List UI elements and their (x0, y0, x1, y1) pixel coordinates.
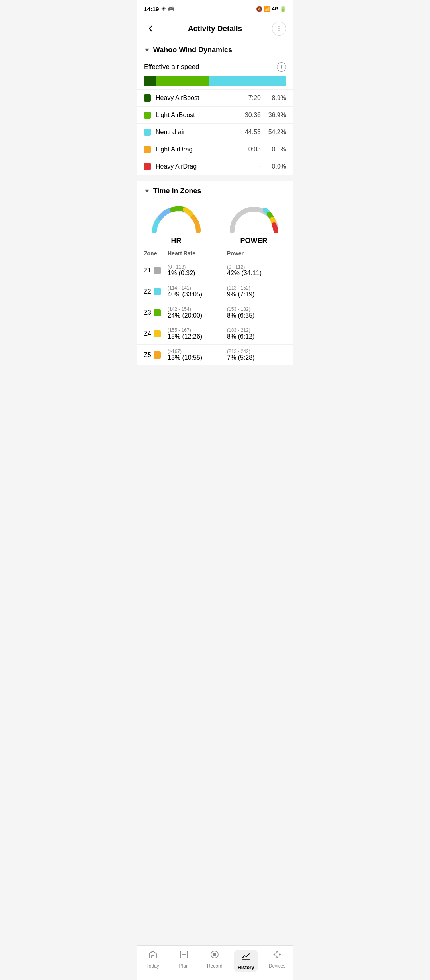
hr-gauge: HR (139, 203, 213, 247)
legend-row-4: Heavy AirDrag - 0.0% (137, 158, 293, 175)
zones-card: ▼ Time in Zones (137, 181, 293, 365)
wahoo-chevron-icon[interactable]: ▼ (144, 47, 150, 54)
legend-color-2 (144, 129, 151, 136)
zone-hr-data-1: (114 - 141) 40% (33:05) (168, 285, 227, 298)
legend-pct-2: 54.2% (267, 129, 286, 136)
zone-color-2 (154, 309, 161, 316)
col-header-zone: Zone (144, 250, 168, 257)
zone-power-value-2: 8% (6:35) (227, 312, 286, 319)
zone-hr-value-2: 24% (20:00) (168, 312, 227, 319)
wahoo-section-title: Wahoo Wind Dynamics (153, 46, 232, 54)
legend-color-0 (144, 94, 151, 102)
page-title: Activity Details (188, 24, 242, 33)
zone-id-4: Z5 (144, 351, 168, 359)
legend-pct-1: 36.9% (267, 112, 286, 119)
legend-time-3: 0:03 (248, 146, 261, 153)
zone-hr-range-0: (0 - 113) (168, 264, 227, 270)
power-gauge-svg (226, 203, 282, 235)
zone-color-1 (154, 288, 161, 295)
bar-segment-1 (156, 76, 209, 86)
svg-point-1 (278, 28, 280, 29)
zone-power-data-2: (153 - 182) 8% (6:35) (227, 306, 286, 319)
bar-segment-0 (144, 76, 156, 86)
zones-table-header: Zone Heart Rate Power (137, 247, 293, 260)
legend-row-0: Heavy AirBoost 7:20 8.9% (137, 89, 293, 106)
zone-power-data-1: (113 - 152) 9% (7:19) (227, 285, 286, 298)
hr-gauge-svg (149, 203, 204, 235)
legend-label-4: Heavy AirDrag (156, 163, 259, 170)
gauges-row: HR POWER (137, 199, 293, 247)
zone-power-range-0: (0 - 112) (227, 264, 286, 270)
zone-id-1: Z2 (144, 288, 168, 295)
legend-label-2: Neutral air (156, 129, 245, 136)
zone-hr-data-4: (>167) 13% (10:55) (168, 349, 227, 361)
zone-row-1: Z2 (114 - 141) 40% (33:05) (113 - 152) 9… (137, 281, 293, 302)
legend-time-2: 44:53 (245, 129, 261, 136)
legend-row-3: Light AirDrag 0:03 0.1% (137, 141, 293, 158)
status-app-icons: ✳ 🎮 (161, 6, 174, 12)
zone-row-2: Z3 (142 - 154) 24% (20:00) (153 - 182) 8… (137, 302, 293, 323)
legend-time-0: 7:20 (248, 94, 261, 102)
zone-power-range-4: (213 - 242) (227, 349, 286, 354)
legend-row-1: Light AirBoost 30:36 36.9% (137, 106, 293, 123)
top-nav: Activity Details (137, 18, 293, 40)
legend-label-1: Light AirBoost (156, 112, 245, 119)
legend-row-2: Neutral air 44:53 54.2% (137, 123, 293, 141)
zone-power-range-3: (183 - 212) (227, 327, 286, 333)
svg-point-0 (278, 26, 280, 27)
section-divider (137, 178, 293, 181)
zone-power-data-4: (213 - 242) 7% (5:28) (227, 349, 286, 361)
legend-label-0: Heavy AirBoost (156, 94, 248, 102)
zone-power-value-4: 7% (5:28) (227, 354, 286, 361)
zones-chevron-icon[interactable]: ▼ (144, 188, 150, 195)
zone-power-range-1: (113 - 152) (227, 285, 286, 291)
air-speed-text: Effective air speed (144, 63, 199, 71)
zone-power-data-0: (0 - 112) 42% (34:11) (227, 264, 286, 277)
legend-color-1 (144, 112, 151, 119)
legend-color-4 (144, 163, 151, 170)
legend-label-3: Light AirDrag (156, 146, 248, 153)
wahoo-wind-card: ▼ Wahoo Wind Dynamics Effective air spee… (137, 40, 293, 175)
zones-section-title: Time in Zones (153, 187, 201, 195)
zone-hr-value-1: 40% (33:05) (168, 291, 227, 298)
more-button[interactable] (272, 22, 286, 36)
col-header-power: Power (227, 250, 286, 257)
zone-power-value-1: 9% (7:19) (227, 291, 286, 298)
status-icons: 🔕 📶 4G 🔋 (256, 6, 286, 12)
power-gauge: POWER (217, 203, 291, 247)
air-speed-label-row: Effective air speed i (137, 58, 293, 75)
legend-list: Heavy AirBoost 7:20 8.9% Light AirBoost … (137, 89, 293, 175)
bar-segment-2 (209, 76, 286, 86)
wifi-icon: 📶 (264, 6, 270, 12)
legend-pct-0: 8.9% (267, 94, 286, 102)
zone-hr-value-3: 15% (12:26) (168, 333, 227, 340)
legend-pct-3: 0.1% (267, 146, 286, 153)
zone-hr-value-4: 13% (10:55) (168, 354, 227, 361)
legend-pct-4: 0.0% (267, 163, 286, 170)
zone-hr-range-1: (114 - 141) (168, 285, 227, 291)
status-time: 14:19 (144, 6, 159, 12)
main-content: ▼ Wahoo Wind Dynamics Effective air spee… (137, 40, 293, 401)
zone-row-0: Z1 (0 - 113) 1% (0:32) (0 - 112) 42% (34… (137, 260, 293, 281)
back-button[interactable] (144, 22, 158, 36)
zone-hr-range-3: (155 - 167) (168, 327, 227, 333)
nfc-icon: 🔕 (256, 6, 262, 12)
zone-id-3: Z4 (144, 330, 168, 337)
signal-icon: 4G (272, 6, 278, 12)
zone-power-value-0: 42% (34:11) (227, 270, 286, 277)
zone-color-0 (154, 267, 161, 274)
legend-time-1: 30:36 (245, 112, 261, 119)
legend-color-3 (144, 146, 151, 153)
zone-color-4 (154, 351, 161, 359)
info-icon[interactable]: i (277, 62, 286, 72)
zone-rows: Z1 (0 - 113) 1% (0:32) (0 - 112) 42% (34… (137, 260, 293, 365)
zone-row-3: Z4 (155 - 167) 15% (12:26) (183 - 212) 8… (137, 323, 293, 344)
status-bar: 14:19 ✳ 🎮 🔕 📶 4G 🔋 (137, 0, 293, 18)
power-gauge-label: POWER (240, 237, 267, 245)
zone-hr-data-2: (142 - 154) 24% (20:00) (168, 306, 227, 319)
zone-power-value-3: 8% (6:12) (227, 333, 286, 340)
zone-hr-range-2: (142 - 154) (168, 306, 227, 312)
zone-id-2: Z3 (144, 309, 168, 316)
zone-id-0: Z1 (144, 267, 168, 274)
zone-color-3 (154, 330, 161, 337)
